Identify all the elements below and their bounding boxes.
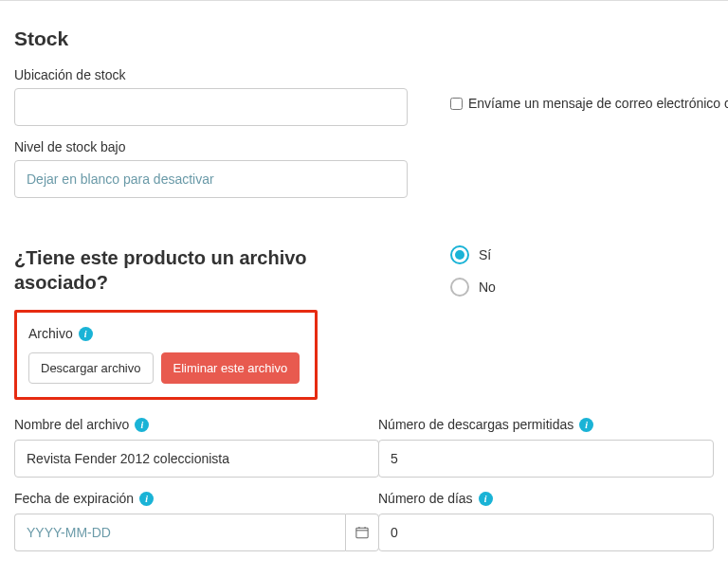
download-file-button[interactable]: Descargar archivo bbox=[28, 352, 154, 384]
stock-location-label: Ubicación de stock bbox=[14, 67, 422, 82]
info-icon[interactable]: i bbox=[139, 492, 154, 506]
low-stock-label: Nivel de stock bajo bbox=[14, 139, 422, 154]
stock-heading: Stock bbox=[14, 27, 714, 50]
filename-input[interactable] bbox=[14, 440, 379, 478]
num-days-label: Número de días bbox=[378, 491, 473, 506]
info-icon[interactable]: i bbox=[135, 418, 149, 432]
calendar-icon[interactable] bbox=[345, 514, 379, 551]
file-question-heading: ¿Tiene este producto un archivo asociado… bbox=[14, 245, 318, 295]
radio-yes-label: Sí bbox=[479, 247, 491, 262]
filename-label: Nombre del archivo bbox=[14, 417, 129, 432]
archivo-label: Archivo bbox=[28, 326, 73, 341]
radio-option-no[interactable]: No bbox=[450, 278, 714, 297]
email-notification-label: Envíame un mensaje de correo electrónico… bbox=[468, 96, 728, 111]
downloads-allowed-input[interactable] bbox=[378, 440, 714, 478]
archivo-highlight-box: Archivo i Descargar archivo Eliminar est… bbox=[14, 310, 318, 400]
expiration-date-input[interactable] bbox=[14, 514, 345, 551]
info-icon[interactable]: i bbox=[79, 327, 93, 341]
radio-option-yes[interactable]: Sí bbox=[450, 245, 714, 264]
svg-rect-0 bbox=[356, 528, 368, 538]
info-icon[interactable]: i bbox=[479, 492, 493, 506]
radio-no-label: No bbox=[479, 279, 496, 295]
downloads-allowed-label: Número de descargas permitidas bbox=[378, 417, 573, 432]
delete-file-button[interactable]: Eliminar este archivo bbox=[161, 352, 300, 384]
num-days-input[interactable] bbox=[378, 514, 714, 551]
expiration-date-label: Fecha de expiración bbox=[14, 491, 134, 506]
product-form: Stock Ubicación de stock Nivel de stock … bbox=[0, 0, 728, 577]
info-icon[interactable]: i bbox=[579, 418, 593, 432]
radio-icon bbox=[450, 278, 469, 297]
stock-location-input[interactable] bbox=[14, 88, 408, 126]
low-stock-input[interactable] bbox=[14, 160, 408, 198]
email-notification-checkbox[interactable] bbox=[450, 98, 463, 110]
radio-icon bbox=[450, 245, 469, 264]
